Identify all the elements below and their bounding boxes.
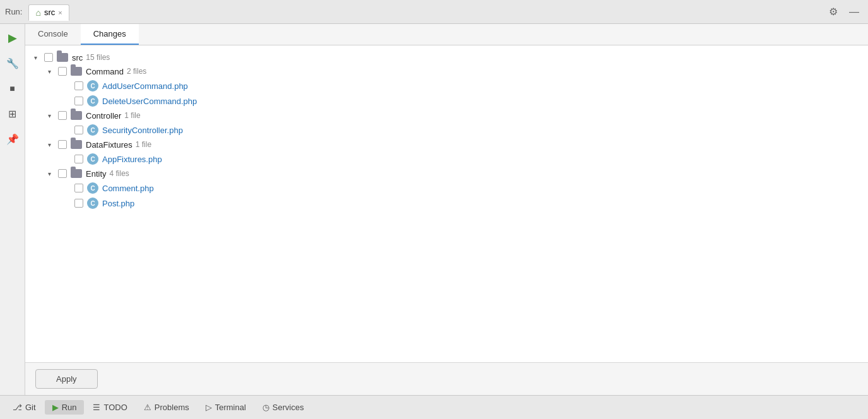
- tree-item-deleteusercommand[interactable]: C DeleteUserCommand.php: [25, 93, 868, 109]
- checkbox-controller[interactable]: [58, 111, 67, 120]
- terminal-label: Terminal: [215, 403, 246, 412]
- status-todo[interactable]: ☰ TODO: [85, 400, 134, 415]
- badge-securitycontroller: C: [87, 124, 98, 136]
- status-git[interactable]: ⎇ Git: [5, 400, 44, 415]
- git-icon: ⎇: [13, 403, 22, 412]
- badge-appfixtures: C: [87, 153, 98, 165]
- problems-icon: ⚠: [144, 403, 151, 412]
- chevron-src: ▾: [30, 52, 40, 62]
- home-icon: ⌂: [35, 8, 40, 18]
- addusercommand-name: AddUserCommand.php: [102, 81, 188, 91]
- todo-icon: ☰: [93, 403, 100, 412]
- file-tree: ▾ src 15 files ▾ Command 2 files C AddUs…: [25, 45, 868, 362]
- tree-item-post[interactable]: C Post.php: [25, 196, 868, 211]
- tree-item-src[interactable]: ▾ src 15 files: [25, 50, 868, 64]
- comment-name: Comment.php: [102, 184, 154, 193]
- run-bar: Run: ⌂ src × ⚙ —: [0, 0, 868, 24]
- tree-item-appfixtures[interactable]: C AppFixtures.php: [25, 151, 868, 167]
- badge-addusercommand: C: [87, 80, 98, 91]
- entity-count: 4 files: [110, 169, 129, 178]
- folder-icon-entity: [71, 169, 82, 178]
- services-icon: ◷: [262, 403, 269, 412]
- status-services[interactable]: ◷ Services: [255, 400, 312, 415]
- checkbox-entity[interactable]: [58, 169, 67, 178]
- entity-name: Entity: [86, 169, 107, 179]
- datafixtures-name: DataFixtures: [86, 140, 132, 150]
- tree-item-entity[interactable]: ▾ Entity 4 files: [25, 167, 868, 180]
- play-button[interactable]: ▶: [4, 29, 21, 47]
- run-tab[interactable]: ⌂ src ×: [28, 4, 69, 21]
- tab-bar: Console Changes: [25, 24, 868, 45]
- post-name: Post.php: [102, 199, 134, 208]
- chevron-command: ▾: [44, 66, 54, 76]
- apply-bar: Apply: [25, 362, 868, 395]
- status-bar: ⎇ Git ▶ Run ☰ TODO ⚠ Problems ▷ Terminal…: [0, 395, 868, 419]
- checkbox-deleteusercommand[interactable]: [74, 97, 83, 105]
- checkbox-appfixtures[interactable]: [74, 155, 83, 163]
- git-label: Git: [25, 403, 36, 412]
- src-name: src: [72, 53, 83, 62]
- tree-item-command[interactable]: ▾ Command 2 files: [25, 64, 868, 78]
- run-label: Run:: [5, 7, 22, 16]
- services-label: Services: [273, 403, 304, 412]
- tree-item-securitycontroller[interactable]: C SecurityController.php: [25, 122, 868, 138]
- checkbox-comment[interactable]: [74, 184, 83, 192]
- tree-item-comment[interactable]: C Comment.php: [25, 180, 868, 196]
- grid-button[interactable]: ⊞: [4, 105, 21, 122]
- terminal-icon: ▷: [206, 403, 212, 412]
- folder-icon-datafixtures: [71, 140, 82, 149]
- folder-icon-command: [71, 67, 82, 76]
- controller-name: Controller: [86, 111, 121, 121]
- badge-post: C: [87, 198, 98, 209]
- checkbox-src[interactable]: [44, 53, 53, 62]
- status-run[interactable]: ▶ Run: [45, 400, 85, 415]
- securitycontroller-name: SecurityController.php: [102, 126, 183, 135]
- controller-count: 1 file: [124, 111, 140, 120]
- run-status-label: Run: [62, 403, 77, 412]
- folder-icon-controller: [71, 111, 82, 120]
- checkbox-command[interactable]: [58, 67, 67, 76]
- tree-item-datafixtures[interactable]: ▾ DataFixtures 1 file: [25, 138, 868, 151]
- chevron-controller: ▾: [44, 110, 54, 121]
- checkbox-datafixtures[interactable]: [58, 140, 67, 149]
- status-terminal[interactable]: ▷ Terminal: [198, 400, 254, 415]
- stop-button[interactable]: ■: [4, 80, 21, 97]
- todo-label: TODO: [103, 403, 127, 412]
- problems-label: Problems: [155, 403, 189, 412]
- left-toolbar: ▶ 🔧 ■ ⊞ 📌: [0, 24, 25, 395]
- wrench-button[interactable]: 🔧: [4, 54, 21, 72]
- badge-deleteusercommand: C: [87, 95, 98, 107]
- run-tab-name: src: [44, 8, 55, 17]
- tab-changes[interactable]: Changes: [81, 24, 139, 45]
- content-area: Console Changes ▾ src 15 files ▾ Command…: [25, 24, 868, 395]
- src-count: 15 files: [86, 53, 110, 62]
- chevron-entity: ▾: [44, 168, 54, 179]
- tab-console[interactable]: Console: [25, 24, 81, 45]
- appfixtures-name: AppFixtures.php: [102, 155, 162, 164]
- close-icon[interactable]: ×: [58, 9, 62, 16]
- tree-item-controller[interactable]: ▾ Controller 1 file: [25, 109, 868, 122]
- tree-item-addusercommand[interactable]: C AddUserCommand.php: [25, 78, 868, 93]
- command-name: Command: [86, 67, 124, 76]
- folder-icon-src: [57, 53, 68, 62]
- status-problems[interactable]: ⚠ Problems: [136, 400, 197, 415]
- apply-button[interactable]: Apply: [35, 369, 98, 389]
- badge-comment: C: [87, 182, 98, 194]
- checkbox-securitycontroller[interactable]: [74, 126, 83, 134]
- deleteusercommand-name: DeleteUserCommand.php: [102, 97, 197, 106]
- run-icon: ▶: [52, 403, 59, 412]
- datafixtures-count: 1 file: [136, 140, 151, 149]
- gear-icon-button[interactable]: ⚙: [825, 4, 842, 19]
- pin-button[interactable]: 📌: [4, 130, 21, 148]
- minimize-button[interactable]: —: [845, 5, 863, 19]
- main-layout: ▶ 🔧 ■ ⊞ 📌 Console Changes ▾ src 15 files…: [0, 24, 868, 395]
- checkbox-post[interactable]: [74, 199, 83, 208]
- command-count: 2 files: [127, 67, 146, 76]
- checkbox-addusercommand[interactable]: [74, 81, 83, 90]
- chevron-datafixtures: ▾: [44, 139, 54, 150]
